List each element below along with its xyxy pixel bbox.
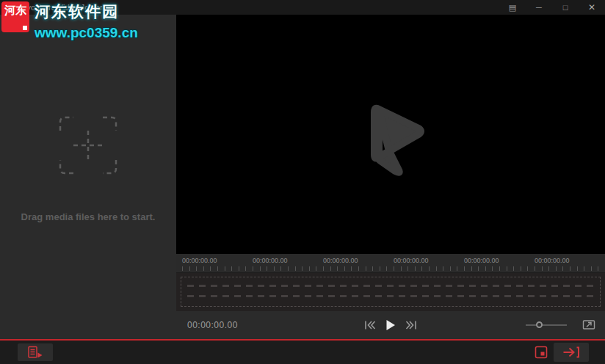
maximize-button[interactable]: □ [552, 0, 579, 15]
media-list-icon [27, 346, 43, 359]
menu-icon[interactable]: ▤ [499, 0, 526, 15]
playback-controls-bar: 00:00:00.00 [176, 311, 605, 339]
fullscreen-icon [582, 319, 595, 330]
track-placeholder-dashes [187, 285, 594, 287]
skip-to-end-button[interactable] [405, 320, 418, 330]
ruler-timestamp: 00:00:00.00 [464, 257, 499, 264]
joyoshare-video-joiner-window: Joyoshare Video Joiner ▤ ─ □ ✕ 河东 河东软件园 … [0, 0, 605, 364]
watermark-badge-icon: 河东 [1, 1, 29, 32]
timeline-ruler[interactable]: 00:00:00.00 00:00:00.00 00:00:00.00 00:0… [176, 254, 605, 273]
bottom-action-bar [0, 341, 605, 364]
zoom-slider-knob[interactable] [536, 321, 543, 328]
watermark-site-url: www.pc0359.cn [35, 25, 138, 41]
ruler-timestamp: 00:00:00.00 [323, 257, 358, 264]
frame-tool-button[interactable] [533, 344, 549, 360]
export-arrow-icon [562, 346, 581, 359]
ruler-timestamp: 00:00:00.00 [253, 257, 288, 264]
ruler-tick-marks [182, 266, 605, 271]
media-list-button[interactable] [18, 343, 53, 361]
site-watermark: 河东 河东软件园 www.pc0359.cn [1, 1, 138, 41]
timeline-track [176, 273, 605, 311]
ruler-timestamp: 00:00:00.00 [182, 257, 217, 264]
drop-target-icon [55, 112, 121, 181]
watermark-site-name: 河东软件园 [35, 1, 138, 22]
ruler-timestamp: 00:00:00.00 [394, 257, 429, 264]
media-drop-panel[interactable]: Drag media files here to start. [0, 15, 176, 339]
joyoshare-play-logo-icon [347, 90, 435, 178]
skip-to-start-button[interactable] [363, 320, 376, 330]
drop-hint-text: Drag media files here to start. [0, 211, 176, 222]
close-button[interactable]: ✕ [579, 0, 605, 15]
video-preview-area [176, 15, 605, 254]
fullscreen-button[interactable] [582, 319, 595, 332]
zoom-slider[interactable] [526, 324, 567, 326]
frame-icon [534, 345, 548, 360]
window-controls: ▤ ─ □ ✕ [499, 0, 605, 15]
track-drop-zone[interactable] [181, 277, 601, 307]
minimize-button[interactable]: ─ [526, 0, 552, 15]
ruler-timestamp: 00:00:00.00 [535, 257, 570, 264]
play-button[interactable] [385, 319, 396, 331]
track-placeholder-dashes [187, 295, 594, 297]
convert-button[interactable] [554, 343, 589, 362]
